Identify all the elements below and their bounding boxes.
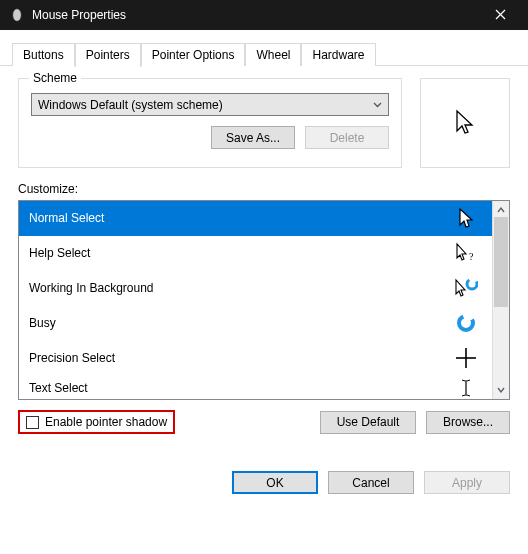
tab-content: Scheme Windows Default (system scheme) S… [0,66,528,434]
list-item-normal-select[interactable]: Normal Select [19,201,492,236]
cursor-working-icon [452,278,480,298]
scrollbar-thumb[interactable] [494,217,508,307]
list-item-text-select[interactable]: Text Select [19,376,492,399]
svg-line-9 [462,380,465,381]
mouse-icon [10,8,24,22]
svg-line-11 [462,395,465,396]
svg-point-4 [467,279,477,289]
tab-pointers[interactable]: Pointers [75,43,141,67]
save-as-button[interactable]: Save As... [211,126,295,149]
list-item-help-select[interactable]: Help Select ? [19,236,492,271]
scrollbar[interactable] [492,201,509,399]
svg-text:?: ? [469,251,474,262]
browse-button[interactable]: Browse... [426,411,510,434]
scheme-selected-value: Windows Default (system scheme) [38,98,223,112]
scroll-down-icon[interactable] [497,383,505,397]
cursor-arrow-icon [455,109,475,137]
list-item-precision[interactable]: Precision Select [19,341,492,376]
tab-wheel[interactable]: Wheel [245,43,301,66]
svg-line-12 [467,395,470,396]
cursor-help-icon: ? [452,242,480,264]
svg-line-10 [467,380,470,381]
list-item-label: Busy [29,316,56,330]
tab-strip: Buttons Pointers Pointer Options Wheel H… [0,30,528,66]
cursor-busy-icon [452,313,480,333]
tab-buttons[interactable]: Buttons [12,43,75,66]
list-item-label: Text Select [29,381,88,395]
close-icon [495,9,506,20]
pointer-preview [420,78,510,168]
close-button[interactable] [480,7,520,23]
titlebar: Mouse Properties [0,0,528,30]
apply-button: Apply [424,471,510,494]
use-default-button[interactable]: Use Default [320,411,416,434]
svg-point-5 [459,316,473,330]
enable-shadow-checkbox[interactable] [26,416,39,429]
cancel-button[interactable]: Cancel [328,471,414,494]
customize-label: Customize: [18,182,510,196]
dialog-button-row: OK Cancel Apply [0,458,528,506]
list-item-label: Help Select [29,246,90,260]
pointer-listbox[interactable]: Normal Select Help Select ? Working In B… [18,200,510,400]
cursor-precision-icon [452,347,480,369]
tab-pointer-options[interactable]: Pointer Options [141,43,246,66]
tab-hardware[interactable]: Hardware [301,43,375,66]
checkbox-label: Enable pointer shadow [45,415,167,429]
list-item-working-bg[interactable]: Working In Background [19,271,492,306]
scheme-legend: Scheme [29,71,81,85]
svg-point-0 [13,9,21,21]
highlight-annotation: Enable pointer shadow [18,410,175,434]
list-item-label: Working In Background [29,281,154,295]
ok-button[interactable]: OK [232,471,318,494]
scroll-up-icon[interactable] [497,203,505,217]
window-title: Mouse Properties [32,8,480,22]
scheme-combobox[interactable]: Windows Default (system scheme) [31,93,389,116]
list-item-label: Precision Select [29,351,115,365]
cursor-text-icon [452,378,480,398]
chevron-down-icon [373,99,382,110]
list-item-label: Normal Select [29,211,104,225]
cursor-arrow-icon [452,207,480,229]
scheme-group: Scheme Windows Default (system scheme) S… [18,78,402,168]
list-item-busy[interactable]: Busy [19,306,492,341]
delete-button: Delete [305,126,389,149]
